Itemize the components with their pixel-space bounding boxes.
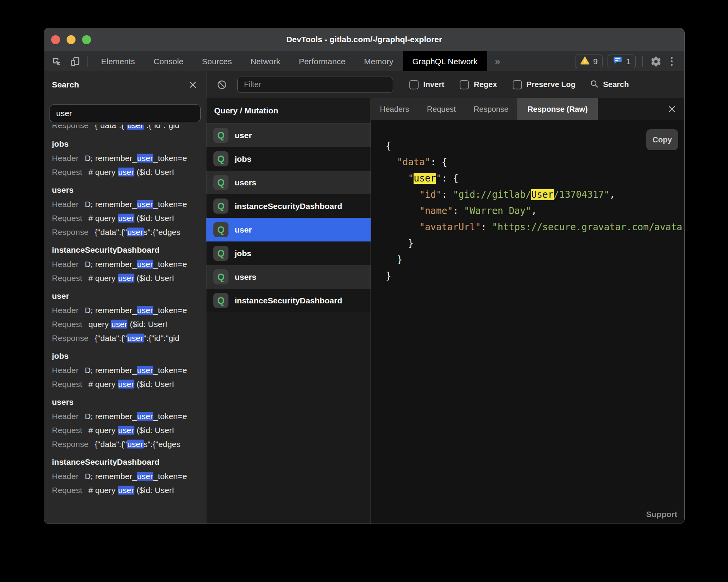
search-result-line[interactable]: HeaderD; remember_user_token=e [52, 257, 206, 271]
support-link[interactable]: Support [646, 510, 677, 519]
result-text: D; remember_ [85, 260, 137, 269]
warnings-badge[interactable]: 9 [575, 55, 603, 68]
filter-search-control[interactable]: Search [589, 79, 629, 91]
tab-console[interactable]: Console [144, 51, 193, 72]
search-result-line[interactable]: Response{"data":{"users":{"edges [52, 225, 206, 239]
query-row-label: user [235, 225, 252, 235]
tab-elements[interactable]: Elements [92, 51, 144, 72]
result-text: # query [88, 426, 118, 435]
search-result-line[interactable]: Request# query user ($id: UserI [52, 377, 206, 391]
search-result-line[interactable]: HeaderD; remember_user_token=e [52, 197, 206, 211]
result-line-label: Request [52, 214, 82, 223]
search-result-line[interactable]: Response{"data":{"users":{"edges [52, 437, 206, 451]
checkbox-box[interactable] [513, 80, 522, 89]
search-input[interactable] [50, 104, 201, 122]
query-type-icon: Q [213, 222, 228, 237]
search-result-line[interactable]: Response{"data":{"user":{"id":"gid [52, 125, 206, 132]
search-result-line[interactable]: HeaderD; remember_user_token=e [52, 409, 206, 423]
search-result-line[interactable]: Request# query user ($id: UserI [52, 423, 206, 437]
tab-sources[interactable]: Sources [193, 51, 241, 72]
query-type-icon: Q [213, 293, 228, 308]
detail-tab-request[interactable]: Request [418, 98, 465, 120]
json-line: "id": "gid://gitlab/User/13704317", [386, 187, 684, 203]
search-result-line[interactable]: Request# query user ($id: UserI [52, 211, 206, 225]
search-result-line[interactable]: HeaderD; remember_user_token=e [52, 363, 206, 377]
tab-performance[interactable]: Performance [290, 51, 355, 72]
json-line: { [386, 138, 684, 154]
json-token: , [610, 189, 615, 200]
search-result-line[interactable]: Request# query user ($id: UserI [52, 271, 206, 285]
result-line-label: Request [52, 168, 82, 176]
result-text: D; remember_ [85, 412, 137, 421]
search-hit: user [111, 320, 128, 329]
checkbox-box[interactable] [460, 80, 469, 89]
query-mutation-panel: Query / Mutation QuserQjobsQusersQinstan… [206, 98, 371, 524]
query-row-user[interactable]: Quser [206, 123, 371, 147]
minimize-window-button[interactable] [67, 35, 76, 44]
search-result-line[interactable]: HeaderD; remember_user_token=e [52, 469, 206, 483]
block-clear-icon[interactable] [216, 79, 228, 91]
search-hit: user [137, 200, 153, 209]
checkbox-preserve-log[interactable]: Preserve Log [513, 80, 576, 89]
result-text: ":{"id":"gid [144, 125, 180, 130]
checkbox-box[interactable] [409, 80, 419, 89]
json-token: "https://secure.gravatar.com/avatar [492, 222, 684, 233]
result-text: D; remember_ [85, 200, 137, 209]
checkbox-regex[interactable]: Regex [460, 80, 497, 89]
search-result-line[interactable]: Request# query user ($id: UserI [52, 165, 206, 179]
query-row-jobs[interactable]: Qjobs [206, 147, 371, 171]
tab-memory[interactable]: Memory [355, 51, 403, 72]
zoom-window-button[interactable] [82, 35, 91, 44]
search-result-line[interactable]: Requestquery user ($id: UserI [52, 317, 206, 331]
search-result-group-title: jobs [52, 137, 206, 151]
result-line-label: Response [52, 334, 89, 342]
filter-input[interactable] [237, 77, 393, 93]
copy-button[interactable]: Copy [646, 129, 678, 150]
detail-tabs-filler [598, 98, 684, 120]
checkbox-invert[interactable]: Invert [409, 80, 444, 89]
result-line-value: D; remember_user_token=e [85, 366, 187, 375]
search-hit: user [137, 306, 153, 315]
result-text: _token=e [153, 412, 187, 421]
close-detail-panel-icon[interactable] [666, 104, 677, 115]
close-window-button[interactable] [51, 35, 60, 44]
tab-network[interactable]: Network [241, 51, 290, 72]
search-hit: user [127, 228, 144, 236]
gear-icon[interactable] [649, 55, 663, 68]
query-row-user[interactable]: Quser [206, 218, 371, 241]
result-text: ($id: UserI [134, 168, 174, 176]
query-row-users[interactable]: Qusers [206, 265, 371, 289]
result-line-label: Header [52, 412, 79, 421]
result-text: ($id: UserI [127, 320, 167, 329]
close-search-panel-icon[interactable] [187, 79, 198, 90]
device-toolbar-icon[interactable] [69, 55, 81, 68]
tab-graphql-network[interactable]: GraphQL Network [403, 51, 487, 72]
query-row-users[interactable]: Qusers [206, 171, 371, 194]
devtools-tabs: ElementsConsoleSourcesNetworkPerformance… [92, 51, 403, 72]
kebab-menu-icon[interactable] [668, 55, 676, 67]
query-row-instanceSecurityDashboard[interactable]: QinstanceSecurityDashboard [206, 194, 371, 218]
json-line: "data": { [386, 154, 684, 170]
messages-badge[interactable]: 1 [608, 55, 636, 68]
search-result-line[interactable]: HeaderD; remember_user_token=e [52, 303, 206, 317]
result-line-label: Header [52, 200, 79, 209]
detail-tabs: HeadersRequestResponseResponse (Raw) [371, 98, 684, 120]
result-text: s":{"edges [144, 440, 180, 448]
search-result-line[interactable]: HeaderD; remember_user_token=e [52, 151, 206, 165]
window-title: DevTools - gitlab.com/-/graphql-explorer [44, 35, 684, 44]
search-result-line[interactable]: Response{"data":{"user":{"id":"gid [52, 331, 206, 345]
query-row-instanceSecurityDashboard[interactable]: QinstanceSecurityDashboard [206, 289, 371, 312]
search-result-line[interactable]: Request# query user ($id: UserI [52, 483, 206, 497]
overflow-tabs-icon[interactable]: » [487, 51, 508, 72]
result-text: # query [88, 214, 118, 223]
query-type-icon: Q [213, 246, 228, 261]
result-text: {"data":{" [95, 228, 127, 236]
detail-tab-headers[interactable]: Headers [371, 98, 418, 120]
result-line-label: Header [52, 366, 79, 375]
search-hit: user [137, 412, 153, 421]
result-line-value: # query user ($id: UserI [88, 380, 174, 389]
query-row-jobs[interactable]: Qjobs [206, 241, 371, 265]
detail-tab-response[interactable]: Response [465, 98, 517, 120]
inspect-element-icon[interactable] [50, 55, 63, 68]
detail-tab-response-raw-[interactable]: Response (Raw) [517, 98, 598, 120]
